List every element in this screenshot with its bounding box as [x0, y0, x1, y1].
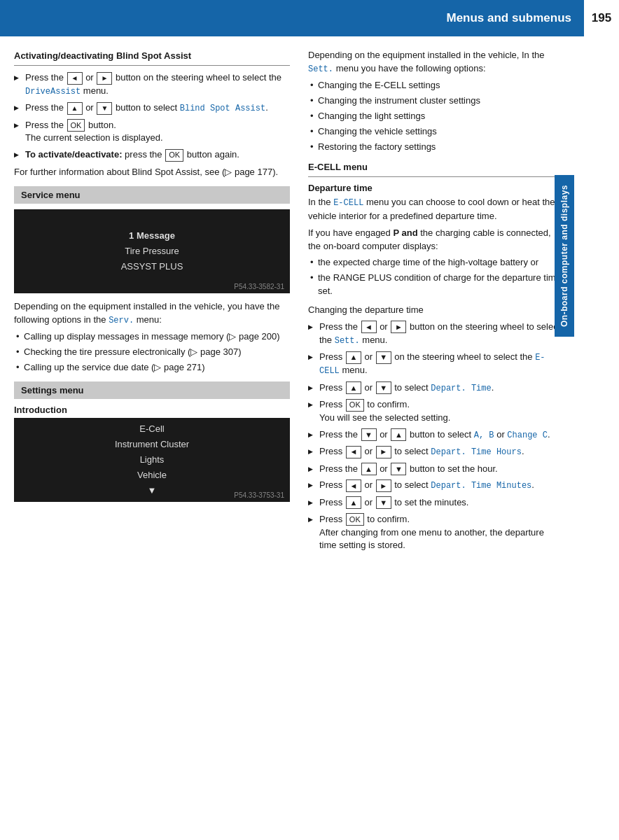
- side-tab-label: On-board computer and displays: [559, 185, 569, 327]
- dep-btn-up-5[interactable]: ▲: [391, 428, 406, 441]
- dep-btn-down-3[interactable]: ▼: [376, 382, 391, 394]
- service-bullet-2: Checking the tire pressure electronicall…: [14, 346, 290, 359]
- service-menu-section: Service menu 1 Message Tire Pressure ASS…: [14, 186, 290, 374]
- departure-time-subheading: Departure time: [308, 183, 563, 193]
- screen-service-text: 1 Message Tire Pressure ASSYST PLUS: [121, 228, 183, 274]
- left-column: Activating/deactivating Blind Spot Assis…: [0, 49, 301, 556]
- dep-btn-right-6[interactable]: ►: [376, 446, 391, 458]
- dep-btn-up-2[interactable]: ▲: [346, 351, 361, 364]
- btn-right-1[interactable]: ►: [97, 72, 112, 85]
- step-2: Press the ▲ or ▼ button to select Blind …: [14, 102, 290, 115]
- page-layout: Activating/deactivating Blind Spot Assis…: [0, 36, 619, 569]
- charge-bullet-2: the RANGE PLUS condition of charge for t…: [308, 272, 563, 298]
- dep-step-10: Press OK to confirm. After changing from…: [308, 513, 563, 553]
- dep-step-5: Press the ▼ or ▲ button to select A, B o…: [308, 428, 563, 442]
- settings-bullet-ecell: Changing the E-CELL settings: [308, 79, 563, 92]
- menu-AB: A, B: [474, 430, 494, 440]
- section-rule-1: [14, 65, 290, 66]
- header-page-box: 195: [583, 0, 619, 36]
- menu-blindspot: Blind Spot Assist: [180, 104, 265, 113]
- screen-settings-code: P54.33-3753-31: [234, 491, 284, 499]
- dep-step-7: Press the ▲ or ▼ button to set the hour.: [308, 463, 563, 476]
- settings-menu-section: Settings menu Introduction E-Cell Instru…: [14, 382, 290, 502]
- dep-btn-down-7[interactable]: ▼: [391, 463, 406, 475]
- dep-btn-left-1[interactable]: ◄: [361, 321, 377, 333]
- dep-btn-ok-10[interactable]: OK: [346, 513, 364, 526]
- dep-btn-down-2[interactable]: ▼: [376, 351, 391, 364]
- dep-step-10-note: After changing from one menu to another,…: [319, 527, 544, 551]
- dep-btn-up-7[interactable]: ▲: [361, 463, 377, 475]
- menu-sett-intro: Sett.: [308, 64, 333, 74]
- header-title: Menus and submenus: [446, 11, 571, 25]
- dep-step-9: Press ▲ or ▼ to set the minutes.: [308, 496, 563, 510]
- blind-spot-footer: For further information about Blind Spot…: [14, 166, 290, 179]
- page-header: Menus and submenus 195: [0, 0, 619, 36]
- screen-service-code: P54.33-3582-31: [234, 283, 284, 290]
- dep-step-2: Press ▲ or ▼ on the steering wheel to se…: [308, 351, 563, 378]
- dep-btn-left-6[interactable]: ◄: [346, 446, 361, 458]
- dep-btn-up-3[interactable]: ▲: [346, 382, 361, 394]
- menu-depart-time: Depart. Time: [431, 384, 491, 393]
- section-rule-ecell: [308, 176, 563, 177]
- settings-bullet-light: Changing the light settings: [308, 110, 563, 123]
- settings-bullet-cluster: Changing the instrument cluster settings: [308, 94, 563, 108]
- service-menu-bullets: Calling up display messages in message m…: [14, 330, 290, 374]
- right-intro: Depending on the equipment installed in …: [308, 49, 563, 76]
- step-3: Press the OK button. The current selecti…: [14, 119, 290, 146]
- menu-sett-dep: Sett.: [335, 336, 360, 346]
- step-1: Press the ◄ or ► button on the steering …: [14, 71, 290, 98]
- btn-left-1[interactable]: ◄: [67, 72, 83, 85]
- menu-serv: Serv.: [109, 316, 134, 326]
- menu-depart-hours: Depart. Time Hours: [431, 447, 522, 457]
- dep-step-4-note: You will see the selected setting.: [319, 412, 450, 423]
- settings-bullets: Changing the E-CELL settings Changing th…: [308, 79, 563, 153]
- settings-menu-banner: Settings menu: [14, 382, 290, 399]
- step-4-bold: To activate/deactivate:: [25, 149, 122, 160]
- blind-spot-section: Activating/deactivating Blind Spot Assis…: [14, 50, 290, 179]
- dep-step-4: Press OK to confirm. You will see the se…: [308, 398, 563, 425]
- screen-settings-text: E-Cell Instrument Cluster Lights Vehicle…: [115, 421, 189, 498]
- menu-depart-minutes: Depart. Time Minutes: [431, 481, 531, 491]
- step-4: To activate/deactivate: press the OK but…: [14, 148, 290, 162]
- changing-departure-label: Changing the departure time: [308, 304, 563, 317]
- dep-btn-right-8[interactable]: ►: [376, 479, 391, 492]
- departure-intro-1: In the E-CELL menu you can choose to coo…: [308, 196, 563, 223]
- header-title-bar: Menus and submenus: [0, 0, 583, 36]
- dep-step-1: Press the ◄ or ► button on the steering …: [308, 321, 563, 347]
- btn-ok-3[interactable]: OK: [67, 119, 85, 132]
- dep-step-8: Press ◄ or ► to select Depart. Time Minu…: [308, 479, 563, 492]
- service-bullet-3: Calling up the service due date (▷ page …: [14, 361, 290, 374]
- btn-ok-4[interactable]: OK: [165, 149, 183, 162]
- ecell-heading: E-CELL menu: [308, 162, 563, 172]
- dep-btn-right-1[interactable]: ►: [391, 321, 406, 333]
- service-bullet-1: Calling up display messages in message m…: [14, 330, 290, 344]
- charge-bullets: the expected charge time of the high-vol…: [308, 256, 563, 298]
- menu-ecell-ref: E-CELL: [333, 198, 363, 208]
- btn-down-2[interactable]: ▼: [97, 102, 112, 115]
- menu-driveassist: DriveAssist: [25, 87, 81, 97]
- step-3-note: The current selection is displayed.: [25, 132, 163, 143]
- main-content: Activating/deactivating Blind Spot Assis…: [0, 36, 619, 569]
- dep-btn-up-9[interactable]: ▲: [346, 496, 361, 509]
- departure-intro-2: If you have engaged P and the charging c…: [308, 227, 563, 253]
- charge-bullet-1: the expected charge time of the high-vol…: [308, 256, 563, 270]
- dep-btn-ok-4[interactable]: OK: [346, 399, 364, 412]
- settings-subheading: Introduction: [14, 405, 290, 415]
- right-column: Depending on the equipment installed in …: [301, 49, 574, 556]
- side-tab: On-board computer and displays: [555, 175, 574, 337]
- dep-step-6: Press ◄ or ► to select Depart. Time Hour…: [308, 445, 563, 458]
- service-menu-banner: Service menu: [14, 186, 290, 204]
- text-P: P and: [393, 227, 417, 238]
- dep-btn-down-5[interactable]: ▼: [361, 428, 377, 441]
- ecell-menu-section: E-CELL menu Departure time In the E-CELL…: [308, 162, 563, 552]
- settings-bullet-factory: Restoring the factory settings: [308, 141, 563, 154]
- page-number: 195: [592, 11, 611, 25]
- blind-spot-heading: Activating/deactivating Blind Spot Assis…: [14, 50, 290, 61]
- btn-up-2[interactable]: ▲: [67, 102, 83, 115]
- departure-steps: Press the ◄ or ► button on the steering …: [308, 321, 563, 552]
- dep-btn-left-8[interactable]: ◄: [346, 479, 361, 492]
- blind-spot-steps: Press the ◄ or ► button on the steering …: [14, 71, 290, 162]
- dep-step-3: Press ▲ or ▼ to select Depart. Time.: [308, 382, 563, 395]
- dep-btn-down-9[interactable]: ▼: [376, 496, 391, 509]
- settings-bullet-vehicle: Changing the vehicle settings: [308, 125, 563, 139]
